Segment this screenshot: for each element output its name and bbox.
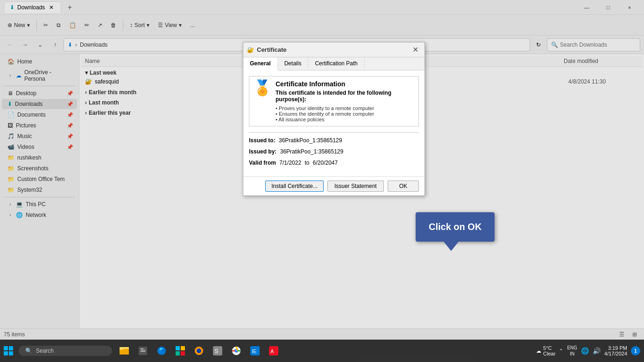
- svg-rect-7: [139, 347, 147, 355]
- cert-divider: [249, 132, 419, 132]
- cert-bullet-3: All issuance policies: [276, 117, 415, 122]
- taskbar-network-icon[interactable]: 🌐: [581, 347, 589, 355]
- valid-label: Valid from: [249, 160, 276, 166]
- callout-box: Click on OK: [416, 212, 495, 242]
- issued-to-label: Issued to:: [249, 137, 276, 144]
- install-certificate-button[interactable]: Install Certificate...: [265, 181, 324, 192]
- taskbar-region-label: IN: [567, 351, 577, 357]
- taskbar-icon-app1[interactable]: S: [209, 342, 226, 359]
- taskbar-temp: 5°C: [543, 345, 555, 351]
- cert-info-text: Certificate Information This certificate…: [276, 80, 415, 122]
- svg-text:IE: IE: [252, 348, 256, 354]
- tab-certification-path[interactable]: Certification Path: [308, 57, 364, 70]
- cert-issued-by: Issued by: 36PratikPoo_1:35865129: [249, 148, 419, 155]
- svg-rect-6: [120, 348, 123, 350]
- dialog-title-text: Certificate: [257, 46, 407, 53]
- callout: Click on OK: [416, 212, 495, 251]
- dialog-footer: Install Certificate... Issuer Statement …: [243, 176, 425, 195]
- taskbar-search-icon: 🔍: [25, 348, 32, 354]
- svg-rect-3: [9, 351, 13, 355]
- taskbar-lang-label: ENG: [567, 345, 577, 351]
- issued-to-value: 36PratikPoo_1:35865129: [279, 137, 342, 144]
- tab-general[interactable]: General: [243, 57, 278, 70]
- svg-point-11: [157, 347, 166, 355]
- svg-text:A: A: [270, 348, 274, 354]
- cert-valid-period: Valid from 7/1/2022 to 6/20/2047: [249, 160, 419, 166]
- taskbar-right: ☁ 5°C Clear ⌃ ENG IN 🌐 🔊 3:19 PM 4/17/20…: [536, 345, 644, 357]
- cert-bullet-2: Ensures the identity of a remote compute…: [276, 111, 415, 117]
- ok-button[interactable]: OK: [388, 181, 419, 192]
- taskbar-search[interactable]: 🔍 Search: [19, 346, 112, 356]
- valid-to-value: 6/20/2047: [313, 160, 338, 166]
- taskbar-chevron[interactable]: ⌃: [559, 348, 563, 354]
- svg-rect-12: [176, 346, 180, 350]
- svg-rect-9: [141, 350, 145, 350]
- cert-issued-to: Issued to: 36PratikPoo_1:35865129: [249, 137, 419, 144]
- taskbar-icon-edge[interactable]: [153, 342, 170, 359]
- cert-info-box: 🏅 Certificate Information This certifica…: [249, 76, 419, 126]
- start-button[interactable]: [0, 342, 17, 359]
- taskbar-clock[interactable]: 3:19 PM 4/17/2024: [604, 345, 627, 356]
- cert-bullets-list: Proves your identity to a remote compute…: [276, 105, 415, 122]
- taskbar-time-value: 3:19 PM: [608, 345, 627, 351]
- taskbar-icon-app2[interactable]: IE: [247, 342, 263, 359]
- issuer-statement-button[interactable]: Issuer Statement: [327, 181, 384, 192]
- svg-rect-10: [141, 351, 145, 352]
- taskbar-icon-chrome[interactable]: [228, 342, 245, 359]
- taskbar-icon-explorer[interactable]: [116, 342, 133, 359]
- taskbar-language: ENG IN: [567, 345, 577, 357]
- callout-text: Click on OK: [429, 222, 481, 232]
- cert-purposes-label: This certificate is intended for the fol…: [276, 90, 415, 103]
- taskbar-icon-app3[interactable]: A: [265, 342, 282, 359]
- svg-rect-1: [9, 346, 13, 350]
- taskbar: 🔍 Search S IE A ☁: [0, 340, 644, 362]
- cert-bullet-1: Proves your identity to a remote compute…: [276, 105, 415, 111]
- valid-from-value: 7/1/2022: [279, 160, 301, 166]
- cert-info-title: Certificate Information: [276, 80, 415, 88]
- svg-rect-2: [4, 351, 8, 355]
- notification-badge[interactable]: 1: [631, 346, 640, 355]
- cert-dialog-icon: 🔐: [247, 47, 254, 53]
- issued-by-label: Issued by:: [249, 148, 276, 155]
- taskbar-date-value: 4/17/2024: [604, 351, 627, 356]
- taskbar-weather: ☁ 5°C Clear: [536, 345, 555, 356]
- taskbar-icon-firefox[interactable]: [191, 342, 207, 359]
- valid-to-label: to: [304, 160, 309, 166]
- taskbar-volume-icon[interactable]: 🔊: [593, 347, 601, 355]
- taskbar-weather-label: Clear: [543, 351, 555, 356]
- svg-rect-13: [181, 346, 185, 350]
- svg-text:S: S: [214, 348, 219, 355]
- svg-point-17: [197, 348, 201, 353]
- taskbar-search-label: Search: [36, 348, 54, 354]
- svg-rect-8: [141, 348, 143, 349]
- dialog-title-bar: 🔐 Certificate ✕: [243, 42, 425, 57]
- issued-by-value: 36PratikPoo_1:35865129: [280, 148, 343, 155]
- taskbar-icons: S IE A: [116, 342, 282, 359]
- certificate-dialog: 🔐 Certificate ✕ General Details Certific…: [243, 42, 425, 196]
- callout-arrow: [444, 242, 459, 251]
- svg-rect-0: [4, 346, 8, 350]
- cert-big-icon: 🏅: [253, 80, 272, 95]
- taskbar-icon-store[interactable]: [172, 342, 189, 359]
- dialog-body: 🏅 Certificate Information This certifica…: [243, 70, 425, 176]
- taskbar-icon-files[interactable]: [134, 342, 151, 359]
- dialog-close-button[interactable]: ✕: [410, 44, 421, 56]
- tab-details[interactable]: Details: [278, 57, 309, 70]
- dialog-tabs: General Details Certification Path: [243, 57, 425, 70]
- svg-rect-15: [181, 351, 185, 355]
- weather-icon: ☁: [536, 348, 541, 354]
- svg-rect-14: [176, 351, 180, 355]
